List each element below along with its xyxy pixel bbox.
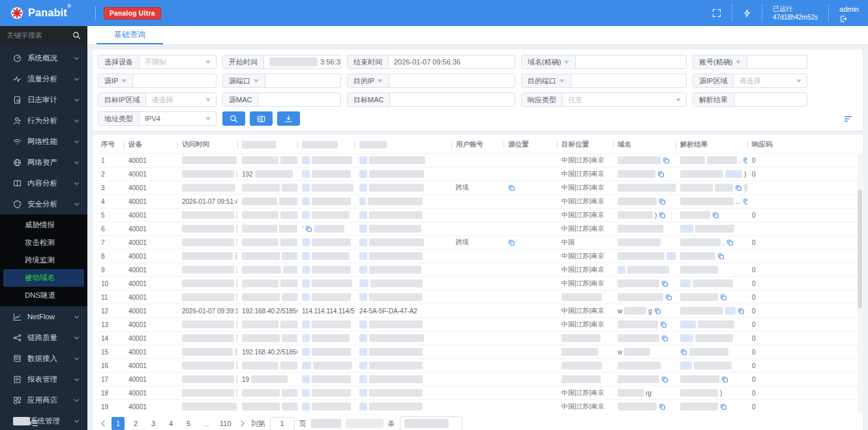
sidebar-item-link-quality[interactable]: 链路质量	[0, 327, 87, 348]
filter-field-domain-exact[interactable]: 域名(精确)	[521, 55, 687, 69]
table-row[interactable]: 1740001190	[97, 372, 858, 386]
sidebar-subitem-passive-domain[interactable]: 被动域名	[3, 269, 84, 287]
col-header-code[interactable]: 响应码	[747, 136, 845, 153]
search-button[interactable]	[222, 111, 245, 126]
page-2[interactable]: 2	[129, 417, 142, 430]
table-row[interactable]: 640001'中国|江苏|南京	[97, 222, 858, 235]
table-row[interactable]: 12400012026-01-07 09:39:13192.168.40.2/5…	[97, 304, 858, 317]
prev-page-icon[interactable]	[99, 420, 107, 427]
export-button[interactable]	[250, 111, 273, 126]
copy-icon[interactable]	[657, 171, 665, 178]
filter-value-resolve-result[interactable]	[734, 93, 807, 106]
filter-field-src-ip[interactable]: 源IP	[98, 74, 217, 88]
col-header-user[interactable]: 用户账号	[451, 136, 503, 153]
filter-field-account-exact[interactable]: 账号(精确)	[693, 55, 807, 69]
sidebar-item-content-analysis[interactable]: 内容分析	[0, 173, 87, 194]
col-header-mac[interactable]	[355, 136, 451, 153]
sidebar-item-system-manage[interactable]: 系统管理	[0, 410, 87, 430]
filter-value-dst-ip-area[interactable]: 请选择	[146, 93, 216, 106]
scrollbar-thumb[interactable]	[858, 190, 862, 309]
filter-value-dst-mac[interactable]	[390, 93, 515, 106]
filter-field-dst-ip-area[interactable]: 目标IP区域请选择	[98, 93, 217, 107]
table-row[interactable]: 1340001中国|江苏|南京0	[97, 317, 858, 331]
collapse-sidebar-icon[interactable]	[29, 418, 38, 428]
logout-icon[interactable]	[839, 15, 847, 23]
filter-field-start-time[interactable]: 开始时间3:56:36	[222, 55, 341, 69]
table-row[interactable]: 540001中国|江苏|南京)0	[97, 208, 858, 222]
filter-value-dst-port[interactable]	[571, 74, 686, 87]
copy-icon[interactable]	[743, 157, 747, 164]
filter-field-addr-type[interactable]: 地址类型IPV4	[98, 111, 217, 126]
copy-icon[interactable]	[743, 198, 747, 205]
copy-icon[interactable]	[661, 280, 668, 287]
filter-value-dst-ip[interactable]	[389, 74, 515, 87]
filter-value-src-ip[interactable]	[133, 74, 216, 87]
table-row[interactable]: 140001中国|江苏|南京.0	[97, 153, 858, 167]
goto-page-input[interactable]	[270, 417, 295, 430]
page-4[interactable]: 4	[164, 417, 177, 430]
filter-field-end-time[interactable]: 结束时间2026-01-07 09:56:36	[347, 55, 515, 69]
copy-icon[interactable]	[726, 239, 734, 246]
copy-icon[interactable]	[508, 239, 515, 246]
filter-field-dst-port[interactable]: 目的端口	[521, 74, 687, 88]
sidebar-item-netflow[interactable]: NetFlow	[0, 306, 87, 327]
table-row[interactable]: 11400010	[97, 290, 858, 304]
filter-value-src-port[interactable]	[265, 74, 340, 87]
col-header-src[interactable]: 源位置	[503, 136, 557, 153]
copy-icon[interactable]	[654, 308, 661, 315]
copy-icon[interactable]	[659, 198, 666, 205]
page-5[interactable]: 5	[182, 417, 195, 430]
sidebar-item-network-assets[interactable]: 网络资产	[0, 152, 87, 173]
table-row[interactable]: 1040001中国|江苏|南京0	[97, 276, 858, 290]
col-header-sip[interactable]	[237, 136, 297, 153]
table-row[interactable]: 14400010	[97, 331, 858, 345]
sidebar-item-app-store[interactable]: 应用商店	[0, 390, 87, 410]
filter-field-dst-mac[interactable]: 目标MAC	[347, 93, 515, 107]
copy-icon[interactable]	[720, 403, 727, 410]
sidebar-item-report-manage[interactable]: 报表管理	[0, 369, 87, 390]
copy-icon[interactable]	[659, 212, 666, 219]
copy-icon[interactable]	[665, 294, 672, 301]
copy-icon[interactable]	[508, 184, 515, 192]
filter-value-domain-exact[interactable]	[576, 55, 686, 68]
filter-value-resp-type[interactable]: 任意	[563, 93, 686, 106]
table-row[interactable]: 4400012026-01-07 09:51:45中国|江苏|南京...	[97, 194, 858, 208]
table-row[interactable]: 1540001192.168.40.2/51856w0	[97, 345, 858, 358]
search-icon[interactable]	[72, 31, 81, 40]
filter-field-src-port[interactable]: 源端口	[222, 74, 341, 88]
sidebar-item-security-analysis[interactable]: 安全分析	[0, 194, 87, 214]
sidebar-subitem-dns-tunnel[interactable]: DNS隧道	[0, 287, 87, 304]
page-110[interactable]: 110	[217, 417, 234, 430]
sidebar-item-log-audit[interactable]: 日志审计	[0, 89, 87, 110]
fullscreen-icon[interactable]	[712, 8, 721, 18]
sidebar-item-data-access[interactable]: 数据接入	[0, 348, 87, 369]
table-row[interactable]: 740001跨境中国.0	[97, 235, 858, 249]
copy-icon[interactable]	[712, 212, 719, 219]
col-header-device[interactable]: 设备	[124, 136, 177, 153]
page-size-select[interactable]	[400, 416, 462, 430]
filter-field-resp-type[interactable]: 响应类型任意	[521, 93, 687, 107]
table-row[interactable]: 16400010	[97, 358, 858, 372]
sidebar-subitem-threat-intel[interactable]: 威胁情报	[0, 216, 87, 234]
table-row[interactable]: 240001192中国|江苏|南京)0	[97, 167, 858, 180]
page-3[interactable]: 3	[147, 417, 160, 430]
sidebar-item-system-overview[interactable]: 系统概况	[0, 48, 87, 68]
filter-field-dst-ip[interactable]: 目的IP	[347, 74, 515, 88]
sidebar-subitem-attack-detect[interactable]: 攻击检测	[0, 234, 87, 251]
col-header-res[interactable]: 解析结果	[676, 136, 747, 153]
col-header-time[interactable]: 访问时间	[177, 136, 237, 153]
table-row[interactable]: 1940001中国|江苏|南京0	[97, 399, 858, 413]
copy-icon[interactable]	[735, 184, 742, 192]
copy-icon[interactable]	[738, 308, 745, 315]
filter-value-src-ip-area[interactable]: 请选择	[734, 74, 807, 87]
col-header-dst[interactable]: 目标位置	[557, 136, 613, 153]
filter-field-resolve-result[interactable]: 解析结果	[693, 93, 807, 107]
filter-value-addr-type[interactable]: IPV4	[140, 112, 216, 125]
next-page-icon[interactable]	[239, 420, 247, 427]
copy-icon[interactable]	[680, 349, 687, 356]
filter-field-device[interactable]: 选择设备不限制	[98, 55, 217, 69]
table-scrollbar[interactable]	[858, 153, 862, 412]
table-row[interactable]: 1840001中国|江苏|南京rg)0	[97, 386, 858, 399]
sidebar-item-network-performance[interactable]: 网络性能	[0, 131, 87, 152]
copy-icon[interactable]	[663, 157, 670, 164]
